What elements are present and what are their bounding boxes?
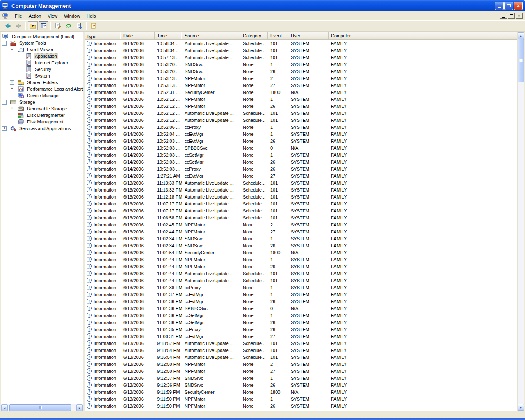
tree-expander[interactable]: + xyxy=(10,80,14,85)
event-row[interactable]: Information 6/14/2006 10:53:20 ... SNDSr… xyxy=(85,68,517,75)
column-header-computer[interactable]: Computer xyxy=(329,32,365,39)
sidebar-item-performance-logs-and-alerts[interactable]: + Performance Logs and Alerts xyxy=(1,86,83,92)
event-row[interactable]: Information 6/13/2006 11:06:58 PM Automa… xyxy=(85,214,517,221)
show-hide-console-tree-button[interactable] xyxy=(39,21,48,30)
event-row[interactable]: Information 6/14/2006 10:53:20 ... SNDSr… xyxy=(85,61,517,68)
scroll-left-arrow[interactable]: ◄ xyxy=(1,404,8,411)
scroll-down-arrow[interactable]: ▼ xyxy=(518,404,524,411)
event-row[interactable]: Information 6/14/2006 10:52:03 ... ccSet… xyxy=(85,158,517,165)
tree-expander[interactable]: - xyxy=(2,41,7,46)
sidebar-item-disk-defragmenter[interactable]: Disk Defragmenter xyxy=(1,112,83,119)
event-row[interactable]: Information 6/13/2006 9:11:59 PM Securit… xyxy=(85,388,517,395)
event-row[interactable]: Information 6/13/2006 11:01:44 PM NPFMnt… xyxy=(85,263,517,270)
event-row[interactable]: Information 6/13/2006 9:18:57 PM Automat… xyxy=(85,340,517,347)
menu-window[interactable]: Window xyxy=(61,12,83,20)
event-row[interactable]: Information 6/14/2006 10:52:04 ... ccEvt… xyxy=(85,130,517,137)
event-row[interactable]: Information 6/13/2006 11:01:54 PM Securi… xyxy=(85,249,517,256)
event-row[interactable]: Information 6/13/2006 11:07:17 PM Automa… xyxy=(85,207,517,214)
properties-button[interactable] xyxy=(53,21,63,30)
event-row[interactable]: Information 6/13/2006 11:01:44 PM NPFMnt… xyxy=(85,256,517,263)
list-vertical-scrollbar[interactable]: ▲ ▼ xyxy=(517,32,524,411)
event-row[interactable]: Information 6/13/2006 9:18:54 PM Automat… xyxy=(85,347,517,354)
refresh-button[interactable] xyxy=(64,21,73,30)
event-row[interactable]: Information 6/13/2006 9:12:36 PM SNDSrvc… xyxy=(85,381,517,388)
column-header-user[interactable]: User xyxy=(288,32,329,39)
sidebar-item-event-viewer[interactable]: - Event Viewer xyxy=(1,46,83,53)
menu-help[interactable]: Help xyxy=(83,12,99,20)
sidebar-item-removable-storage[interactable]: + Removable Storage xyxy=(1,105,83,112)
sidebar-item-disk-management[interactable]: Disk Management xyxy=(1,119,83,125)
event-row[interactable]: Information 6/14/2006 10:53:13 ... NPFMn… xyxy=(85,82,517,89)
event-row[interactable]: Information 6/13/2006 9:16:54 PM Automat… xyxy=(85,354,517,361)
event-row[interactable]: Information 6/13/2006 9:11:50 PM NPFMnto… xyxy=(85,402,517,409)
child-close-button[interactable]: × xyxy=(516,13,523,19)
event-row[interactable]: Information 6/13/2006 11:01:36 PM SPBBCS… xyxy=(85,305,517,312)
column-header-type[interactable]: Type xyxy=(85,32,121,39)
scroll-up-arrow[interactable]: ▲ xyxy=(518,32,524,39)
tree-expander[interactable]: - xyxy=(2,100,7,105)
event-row[interactable]: Information 6/13/2006 11:01:36 PM ccSetM… xyxy=(85,312,517,319)
event-row[interactable]: Information 6/14/2006 10:52:06 ... ccPro… xyxy=(85,123,517,130)
up-one-level-button[interactable] xyxy=(28,21,38,30)
menu-file[interactable]: File xyxy=(11,12,25,20)
event-row[interactable]: Information 6/13/2006 11:01:38 PM ccProx… xyxy=(85,284,517,291)
event-row[interactable]: Information 6/14/2006 10:52:03 ... ccPro… xyxy=(85,165,517,172)
event-row[interactable]: Information 6/13/2006 11:01:36 PM ccSetM… xyxy=(85,319,517,326)
column-header-time[interactable]: Time xyxy=(155,32,182,39)
event-row[interactable]: Information 6/13/2006 9:12:37 PM SNDSrvc… xyxy=(85,374,517,381)
back-button[interactable] xyxy=(3,21,13,30)
event-row[interactable]: Information 6/14/2006 10:52:12 ... Autom… xyxy=(85,116,517,123)
event-row[interactable]: Information 6/13/2006 9:12:50 PM NPFMnto… xyxy=(85,368,517,374)
scroll-track[interactable] xyxy=(8,404,76,411)
event-row[interactable]: Information 6/13/2006 11:01:37 PM ccEvtM… xyxy=(85,291,517,298)
event-row[interactable]: Information 6/13/2006 11:13:32 PM Automa… xyxy=(85,186,517,193)
event-row[interactable]: Information 6/13/2006 11:02:45 PM NPFMnt… xyxy=(85,221,517,228)
event-row[interactable]: Information 6/14/2006 10:58:34 ... Autom… xyxy=(85,40,517,47)
sidebar-item-internet-explorer[interactable]: Internet Explorer xyxy=(1,59,83,66)
event-row[interactable]: Information 6/14/2006 1:27:21 AM ccEvtMg… xyxy=(85,172,517,179)
event-row[interactable]: Information 6/14/2006 10:52:31 ... Secur… xyxy=(85,89,517,96)
child-restore-button[interactable] xyxy=(508,13,515,19)
sidebar-item-computer-management-local[interactable]: Computer Management (Local) xyxy=(1,33,83,40)
title-bar[interactable]: Computer Management × xyxy=(0,0,525,11)
forward-button[interactable] xyxy=(14,21,23,30)
menu-view[interactable]: View xyxy=(44,12,61,20)
event-row[interactable]: Information 6/14/2006 10:52:03 ... ccSet… xyxy=(85,151,517,158)
sidebar-item-shared-folders[interactable]: + Shared Folders xyxy=(1,79,83,86)
event-row[interactable]: Information 6/13/2006 11:02:44 PM NPFMnt… xyxy=(85,228,517,235)
event-row[interactable]: Information 6/13/2006 9:12:50 PM NPFMnto… xyxy=(85,361,517,368)
column-header-date[interactable]: Date xyxy=(121,32,155,39)
event-row[interactable]: Information 6/14/2006 10:52:12 ... NPFMn… xyxy=(85,96,517,103)
column-header-category[interactable]: Category xyxy=(240,32,268,39)
restore-button[interactable] xyxy=(504,2,513,10)
tree-expander[interactable]: - xyxy=(10,48,14,52)
export-list-button[interactable] xyxy=(74,21,84,30)
event-row[interactable]: Information 6/14/2006 10:58:34 ... Autom… xyxy=(85,47,517,54)
tree-expander[interactable]: + xyxy=(10,87,14,91)
minimize-button[interactable] xyxy=(495,2,504,10)
event-row[interactable]: Information 6/14/2006 10:52:12 ... Autom… xyxy=(85,110,517,116)
event-row[interactable]: Information 6/13/2006 11:01:44 PM Automa… xyxy=(85,270,517,277)
event-row[interactable]: Information 6/14/2006 10:52:12 ... NPFMn… xyxy=(85,103,517,110)
close-button[interactable]: × xyxy=(514,2,523,10)
event-row[interactable]: Information 6/13/2006 11:01:44 PM Automa… xyxy=(85,277,517,284)
event-row[interactable]: Information 6/13/2006 11:01:35 PM ccProx… xyxy=(85,326,517,333)
menu-action[interactable]: Action xyxy=(25,12,45,20)
event-row[interactable]: Information 6/13/2006 11:13:33 PM Automa… xyxy=(85,179,517,186)
scroll-right-arrow[interactable]: ► xyxy=(76,404,83,411)
event-row[interactable]: Information 6/13/2006 11:02:34 PM SNDSrv… xyxy=(85,235,517,242)
event-row[interactable]: Information 6/14/2006 10:52:03 ... SPBBC… xyxy=(85,144,517,151)
sidebar-item-services-and-applications[interactable]: + Services and Applications xyxy=(1,125,83,132)
event-row[interactable]: Information 6/14/2006 10:53:13 ... NPFMn… xyxy=(85,75,517,82)
sidebar-item-system[interactable]: System xyxy=(1,73,83,79)
event-row[interactable]: Information 6/14/2006 10:52:03 ... ccEvt… xyxy=(85,137,517,144)
event-row[interactable]: Information 6/14/2006 10:57:13 ... Autom… xyxy=(85,54,517,61)
tree-expander[interactable]: + xyxy=(2,126,7,131)
event-row[interactable]: Information 6/13/2006 11:02:34 PM SNDSrv… xyxy=(85,242,517,249)
help-button[interactable]: ? xyxy=(89,21,98,30)
event-row[interactable]: Information 6/13/2006 11:00:31 PM ccEvtM… xyxy=(85,333,517,340)
event-row[interactable]: Information 6/13/2006 11:07:17 PM Automa… xyxy=(85,200,517,207)
scroll-track[interactable] xyxy=(518,82,524,404)
sidebar-item-storage[interactable]: - Storage xyxy=(1,99,83,105)
sidebar-item-application[interactable]: Application xyxy=(1,53,83,59)
